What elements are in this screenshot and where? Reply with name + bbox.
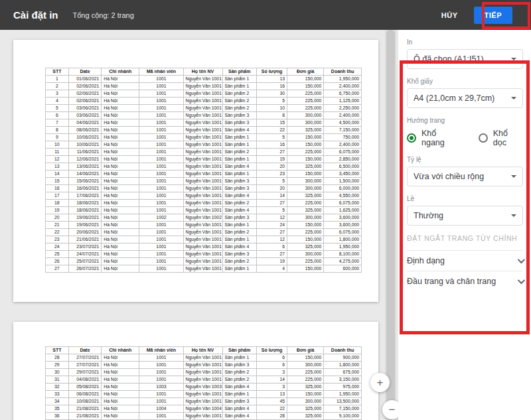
table-row: 603/06/2021Hà Nội1001Nguyễn Văn 1001Sản … xyxy=(46,112,362,119)
table-cell: Hà Nội xyxy=(102,105,139,112)
table-cell: Hà Nội xyxy=(102,83,139,90)
table-cell: 1001 xyxy=(139,171,183,178)
zoom-in-button[interactable]: + xyxy=(370,373,390,392)
table-cell: Hà Nội xyxy=(102,369,139,376)
table-cell: Hà Nội xyxy=(102,362,139,369)
dropdown-arrow-icon xyxy=(511,58,516,60)
table-header-cell: Đơn giá xyxy=(287,68,324,76)
table-row: 2321/06/2021Hà Nội1001Nguyễn Văn 1001Sản… xyxy=(46,236,362,244)
table-cell: 1001 xyxy=(139,76,183,83)
table-cell: 20 xyxy=(256,163,287,171)
table-cell: 300,000 xyxy=(287,185,324,192)
table-cell: Nguyễn Văn 1001 xyxy=(183,134,222,141)
table-cell: Hà Nội xyxy=(102,200,139,207)
table-cell: 13,500,000 xyxy=(324,398,362,405)
table-cell: 12/06/2021 xyxy=(68,156,102,163)
headers-footers-section-toggle[interactable]: Đầu trang và chân trang xyxy=(407,271,523,291)
table-cell: 9,100,000 xyxy=(324,413,362,420)
table-cell: 19 xyxy=(46,207,69,214)
table-cell: 3,600,000 xyxy=(324,222,362,229)
table-cell: Sản phẩm 1 xyxy=(222,141,256,149)
print-range-label: In xyxy=(407,38,523,46)
table-cell: 2,400,000 xyxy=(324,83,362,90)
table-cell: 1002 xyxy=(139,214,183,222)
table-cell: Hà Nội xyxy=(102,236,139,244)
preview-scrollbar-thumb[interactable] xyxy=(386,30,395,420)
table-row: 402/06/2021Hà Nội1001Nguyễn Văn 1001Sản … xyxy=(46,98,362,105)
table-cell: Hà Nội xyxy=(102,214,139,222)
table-row: 1111/06/2021Hà Nội1001Nguyễn Văn 1001Sản… xyxy=(46,149,362,156)
radio-portrait-label: Khổ dọc xyxy=(493,129,523,147)
table-cell: 150,000 xyxy=(287,134,324,141)
table-cell: 2,400,000 xyxy=(324,141,362,149)
zoom-out-button[interactable]: − xyxy=(382,400,398,419)
table-cell: 3 xyxy=(256,384,287,391)
dropdown-arrow-icon xyxy=(511,214,516,217)
table-cell: 1001 xyxy=(139,376,183,384)
preview-table-page-1: STTDateChi nhánhMã nhân viênHọ tên NVSản… xyxy=(45,68,362,273)
table-cell: Sản phẩm 1 xyxy=(222,354,256,362)
table-cell: Nguyễn Văn 1001 xyxy=(183,90,222,98)
table-cell: 5 xyxy=(256,98,287,105)
table-cell: 13 xyxy=(46,163,69,171)
table-cell: Sản phẩm 2 xyxy=(222,200,256,207)
table-cell: Sản phẩm 2 xyxy=(222,229,256,236)
paper-size-dropdown[interactable]: A4 (21,0cm x 29,7cm) xyxy=(407,88,523,108)
table-header-cell: Chi nhánh xyxy=(102,347,139,354)
table-cell: 325,000 xyxy=(287,207,324,214)
table-cell: 18 xyxy=(46,200,69,207)
table-cell: 4,275,000 xyxy=(324,258,362,265)
table-cell: 1001 xyxy=(139,265,183,273)
table-cell: 6,075,000 xyxy=(324,149,362,156)
next-button[interactable]: TIẾP xyxy=(474,7,512,24)
table-cell: 225,000 xyxy=(287,98,324,105)
table-cell: Sản phẩm 2 xyxy=(222,376,256,384)
table-cell: 325,000 xyxy=(287,244,324,251)
table-cell: 1001 xyxy=(139,163,183,171)
table-cell: Sản phẩm 3 xyxy=(222,362,256,369)
margins-dropdown[interactable]: Thường xyxy=(407,206,523,226)
table-cell: Sản phẩm 3 xyxy=(222,178,256,185)
table-cell: 34 xyxy=(46,398,69,405)
table-cell: 675,000 xyxy=(324,369,362,376)
table-row: 2625/07/2021Hà Nội1001Nguyễn Văn 1001Sản… xyxy=(46,258,362,265)
table-cell: 22 xyxy=(46,229,69,236)
table-cell: 1001 xyxy=(139,83,183,90)
table-cell: 24 xyxy=(46,244,69,251)
formatting-section-toggle[interactable]: Định dạng xyxy=(407,250,523,271)
table-cell: 18/06/2021 xyxy=(68,200,102,207)
table-cell: 6 xyxy=(256,362,287,369)
table-cell: 300,000 xyxy=(287,398,324,405)
table-cell: Sản phẩm 4 xyxy=(222,163,256,171)
cancel-button[interactable]: HỦY xyxy=(432,6,467,25)
radio-landscape[interactable]: Khổ ngang xyxy=(407,129,461,147)
preview-scrollbar-track[interactable] xyxy=(385,30,396,420)
dialog-title: Cài đặt in xyxy=(13,9,58,21)
table-row: 2119/06/2021Hà Nội1001Nguyễn Văn 1001Sản… xyxy=(46,222,362,229)
table-cell: 13 xyxy=(256,76,287,83)
formatting-section-label: Định dạng xyxy=(407,256,445,265)
table-row: 808/06/2021Hà Nội1001Nguyễn Văn 1001Sản … xyxy=(46,127,362,134)
table-cell: 3,150,000 xyxy=(324,376,362,384)
table-cell: 10 xyxy=(256,105,287,112)
table-cell: 1,125,000 xyxy=(324,98,362,105)
table-cell: 4,550,000 xyxy=(324,192,362,200)
custom-page-breaks-button[interactable]: ĐẶT NGẮT TRANG TÙY CHỈNH xyxy=(407,234,523,242)
table-row: 1010/06/2021Hà Nội1001Nguyễn Văn 1001Sản… xyxy=(46,141,362,149)
print-range-dropdown[interactable]: Ô đã chọn (A1:I51) xyxy=(407,49,523,69)
scale-dropdown[interactable]: Vừa với chiều rộng xyxy=(407,167,523,186)
radio-portrait[interactable]: Khổ dọc xyxy=(479,129,523,147)
table-cell: 1003 xyxy=(139,384,183,391)
table-cell: 28 xyxy=(256,413,287,420)
table-cell: 1001 xyxy=(139,391,183,398)
table-cell: 27/07/2021 xyxy=(68,362,102,369)
table-cell: 16 xyxy=(256,141,287,149)
orientation-radio-group: Khổ ngang Khổ dọc xyxy=(407,129,523,147)
table-cell: Nguyễn Văn 1001 xyxy=(183,391,222,398)
table-cell: 900,000 xyxy=(324,354,362,362)
table-cell: Nguyễn Văn 1001 xyxy=(183,354,222,362)
table-cell: Hà Nội xyxy=(102,391,139,398)
table-cell: 1001 xyxy=(139,251,183,258)
table-cell: 6,000,000 xyxy=(324,185,362,192)
table-cell: Hà Nội xyxy=(102,244,139,251)
